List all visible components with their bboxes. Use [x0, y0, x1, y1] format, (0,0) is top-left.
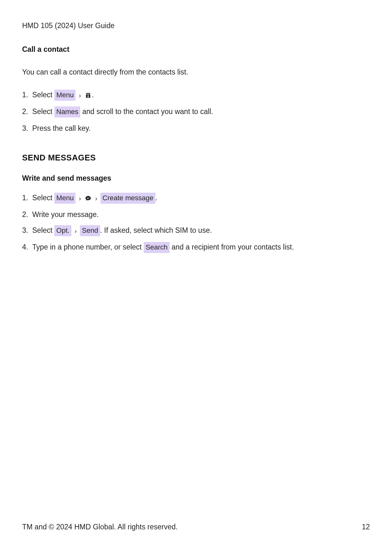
chevron-icon: ›: [95, 194, 97, 203]
list-item: Type in a phone number, or select Search…: [22, 242, 370, 253]
call-contact-heading: Call a contact: [22, 45, 370, 54]
contacts-icon: [85, 92, 91, 99]
chevron-icon: ›: [79, 91, 81, 100]
svg-point-1: [87, 95, 88, 96]
svg-rect-3: [87, 198, 89, 199]
list-item: Select Menu › › Create message.: [22, 193, 370, 204]
step-text: . If asked, select which SIM to use.: [100, 226, 212, 234]
chevron-icon: ›: [79, 194, 81, 203]
list-item: Press the call key.: [22, 123, 370, 133]
step-text: Write your message.: [32, 210, 99, 219]
send-label: Send: [80, 225, 100, 236]
messages-icon: [85, 195, 91, 202]
search-label: Search: [144, 242, 170, 253]
step-text: Select: [32, 107, 54, 116]
call-contact-intro: You can call a contact directly from the…: [22, 67, 370, 77]
page-number: 12: [362, 523, 370, 531]
call-contact-steps: Select Menu › . Select Names and scroll …: [22, 90, 370, 133]
opt-label: Opt.: [54, 225, 71, 236]
step-text: .: [92, 91, 94, 99]
menu-label: Menu: [54, 193, 75, 204]
send-messages-heading: SEND MESSAGES: [22, 153, 370, 163]
create-message-label: Create message: [100, 193, 155, 204]
step-text: Press the call key.: [32, 124, 91, 132]
page-footer: TM and © 2024 HMD Global. All rights res…: [22, 523, 370, 531]
chevron-icon: ›: [75, 226, 77, 235]
copyright-text: TM and © 2024 HMD Global. All rights res…: [22, 523, 178, 531]
step-text: Select: [32, 194, 54, 202]
list-item: Write your message.: [22, 209, 370, 220]
step-text: .: [155, 194, 157, 202]
page-header-title: HMD 105 (2024) User Guide: [22, 21, 370, 30]
list-item: Select Menu › .: [22, 90, 370, 101]
list-item: Select Names and scroll to the contact y…: [22, 106, 370, 117]
step-text: and a recipient from your contacts list.: [170, 243, 294, 251]
svg-rect-2: [87, 198, 89, 198]
write-send-subheading: Write and send messages: [22, 174, 370, 183]
step-text: and scroll to the contact you want to ca…: [80, 107, 213, 116]
names-label: Names: [54, 106, 80, 117]
svg-rect-0: [86, 93, 90, 94]
step-text: Select: [32, 91, 54, 99]
step-text: Select: [32, 226, 54, 234]
send-messages-steps: Select Menu › › Create message. Write yo…: [22, 193, 370, 253]
list-item: Select Opt. › Send. If asked, select whi…: [22, 225, 370, 236]
menu-label: Menu: [54, 90, 75, 101]
step-text: Type in a phone number, or select: [32, 243, 144, 251]
